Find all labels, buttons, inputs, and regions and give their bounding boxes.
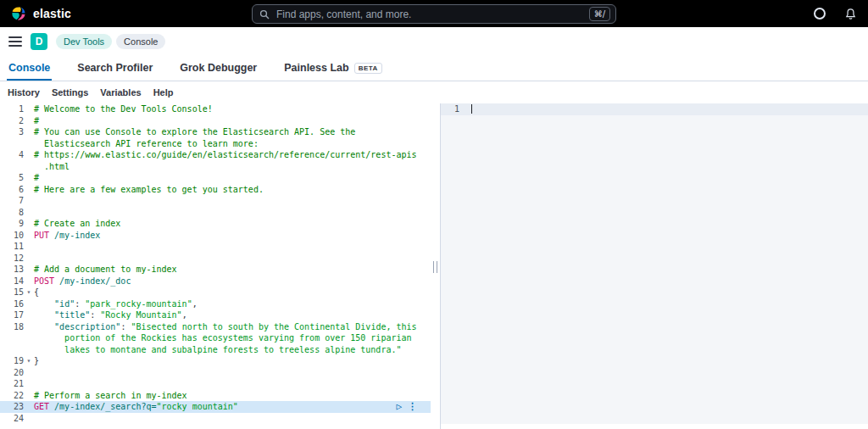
console-output-body: 1 xyxy=(441,103,868,424)
console-output-editor[interactable]: 1 xyxy=(441,103,868,429)
line-number xyxy=(0,161,24,173)
fold-gutter xyxy=(24,195,34,207)
code-line[interactable]: .html xyxy=(0,161,431,173)
menu-item-history[interactable]: History xyxy=(8,87,40,98)
code-line[interactable]: Elasticsearch API reference to learn mor… xyxy=(0,138,431,150)
code-line[interactable]: 16 "id": "park_rocky-mountain", xyxy=(0,298,431,310)
global-search-bar[interactable]: ⌘/ xyxy=(252,4,616,24)
code-line[interactable]: 22# Perform a search in my-index xyxy=(0,390,431,402)
fold-gutter xyxy=(24,378,34,390)
code-line[interactable]: 19▾} xyxy=(0,355,431,367)
console-input-editor[interactable]: 1# Welcome to the Dev Tools Console!2#3#… xyxy=(0,103,431,429)
code-line[interactable]: 15▾{ xyxy=(0,287,431,298)
pane-resize-handle[interactable] xyxy=(431,103,441,429)
fold-gutter xyxy=(24,115,34,127)
code-text: { xyxy=(34,287,431,298)
output-line-number: 1 xyxy=(441,103,459,115)
line-number: 18 xyxy=(0,321,24,333)
code-line[interactable]: 23GET /my-index/_search?q="rocky mountai… xyxy=(0,401,431,413)
fold-gutter xyxy=(24,230,34,242)
line-number: 7 xyxy=(0,195,24,207)
beta-badge: BETA xyxy=(354,63,382,74)
breadcrumb-bar: D Dev Tools Console xyxy=(0,27,868,56)
code-text: # Here are a few examples to get you sta… xyxy=(34,184,431,196)
fold-gutter xyxy=(24,401,34,413)
fold-toggle-icon[interactable]: ▾ xyxy=(24,355,34,367)
code-line[interactable]: portion of the Rockies has ecosystems va… xyxy=(0,332,431,344)
line-number: 12 xyxy=(0,253,24,265)
fold-gutter xyxy=(24,321,34,333)
breadcrumb-dev-tools[interactable]: Dev Tools xyxy=(56,34,112,49)
elastic-home-link[interactable]: elastic xyxy=(10,5,71,22)
code-line[interactable]: 8 xyxy=(0,207,431,219)
code-line[interactable]: 10PUT /my-index xyxy=(0,230,431,242)
code-line[interactable]: 6# Here are a few examples to get you st… xyxy=(0,184,431,196)
breadcrumb-console[interactable]: Console xyxy=(116,34,165,49)
code-line[interactable]: 5# xyxy=(0,172,431,184)
code-line[interactable]: 2# xyxy=(0,115,431,127)
fold-gutter xyxy=(24,126,34,138)
code-line[interactable]: 17 "title": "Rocky Mountain", xyxy=(0,309,431,321)
resize-grip-icon xyxy=(433,261,437,273)
code-line[interactable]: lakes to montane and subalpine forests t… xyxy=(0,344,431,356)
code-line[interactable]: 4# https://www.elastic.co/guide/en/elast… xyxy=(0,149,431,161)
line-number: 24 xyxy=(0,413,24,425)
fold-toggle-icon[interactable]: ▾ xyxy=(24,287,34,298)
tab-grok-debugger[interactable]: Grok Debugger xyxy=(178,57,259,81)
code-text: "title": "Rocky Mountain", xyxy=(34,309,431,321)
code-text: # Create an index xyxy=(34,218,431,230)
menu-item-variables[interactable]: Variables xyxy=(100,87,141,98)
code-line[interactable]: 1# Welcome to the Dev Tools Console! xyxy=(0,103,431,115)
code-line[interactable]: 24 xyxy=(0,413,431,425)
fold-gutter xyxy=(24,276,34,287)
fold-gutter xyxy=(24,390,34,402)
fold-gutter xyxy=(24,161,34,173)
code-line[interactable]: 7 xyxy=(0,195,431,207)
output-active-line: 1 xyxy=(441,103,868,115)
line-number: 6 xyxy=(0,184,24,196)
code-line[interactable]: 18 "description": "Bisected north to sou… xyxy=(0,321,431,333)
fold-gutter xyxy=(24,332,34,344)
code-text: # Add a document to my-index xyxy=(34,264,431,276)
line-number: 8 xyxy=(0,207,24,219)
global-search-input[interactable] xyxy=(275,8,584,21)
menu-item-help[interactable]: Help xyxy=(153,87,174,98)
code-line[interactable]: 11 xyxy=(0,241,431,253)
fold-gutter xyxy=(24,264,34,276)
send-request-button[interactable]: ▷ xyxy=(396,401,402,413)
code-line[interactable]: 9# Create an index xyxy=(0,218,431,230)
tab-search-profiler[interactable]: Search Profiler xyxy=(75,57,154,81)
code-text: } xyxy=(34,355,431,367)
menu-hamburger-icon[interactable] xyxy=(8,36,22,47)
menu-item-settings[interactable]: Settings xyxy=(52,87,88,98)
line-number: 15 xyxy=(0,287,24,298)
code-line[interactable]: 13# Add a document to my-index xyxy=(0,264,431,276)
fold-gutter xyxy=(24,253,34,265)
code-text: # Perform a search in my-index xyxy=(34,390,431,402)
request-options-button[interactable]: ⋮ xyxy=(408,401,417,413)
code-text: # You can use Console to explore the Ela… xyxy=(34,126,431,138)
guided-setup-icon[interactable] xyxy=(812,6,827,21)
fold-gutter xyxy=(24,149,34,161)
code-text: POST /my-index/_doc xyxy=(34,276,431,287)
code-line[interactable]: 21 xyxy=(0,378,431,390)
code-line[interactable]: 20 xyxy=(0,367,431,379)
tab-console[interactable]: Console xyxy=(7,57,52,81)
line-number xyxy=(0,332,24,344)
text-cursor xyxy=(471,104,472,114)
console-editor: 1# Welcome to the Dev Tools Console!2#3#… xyxy=(0,103,868,429)
code-text: PUT /my-index xyxy=(34,230,431,242)
tab-painless-lab[interactable]: Painless Lab BETA xyxy=(282,57,384,81)
line-number: 10 xyxy=(0,230,24,242)
code-line[interactable]: 12 xyxy=(0,253,431,265)
line-number xyxy=(0,344,24,356)
space-avatar[interactable]: D xyxy=(31,33,47,50)
elastic-logo-icon xyxy=(10,5,27,22)
line-number: 11 xyxy=(0,241,24,253)
code-line[interactable]: 14POST /my-index/_doc xyxy=(0,276,431,287)
notifications-bell-icon[interactable] xyxy=(843,6,858,21)
line-number: 22 xyxy=(0,390,24,402)
code-line[interactable]: 3# You can use Console to explore the El… xyxy=(0,126,431,138)
fold-gutter xyxy=(24,138,34,150)
fold-gutter xyxy=(24,207,34,219)
